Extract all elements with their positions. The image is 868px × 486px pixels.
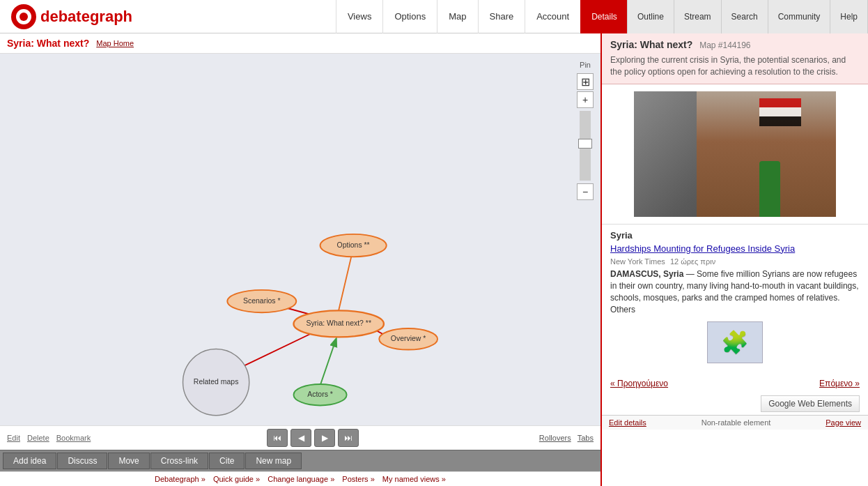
edit-link[interactable]: Edit <box>7 434 20 442</box>
syria-image <box>634 91 836 217</box>
main-nav: Views Options Map Share Account <box>336 0 580 33</box>
map-canvas[interactable]: Pin ⊞ + − <box>0 54 600 425</box>
person-decoration <box>759 161 780 217</box>
map-title-bar: Syria: What next? Map Home <box>0 33 600 54</box>
node-actors-label: Actors * <box>307 390 333 398</box>
tab-search[interactable]: Search <box>722 0 768 33</box>
details-title: Syria: What next? Map #144196 <box>610 39 860 50</box>
tab-stream[interactable]: Stream <box>674 0 722 33</box>
tabs-link[interactable]: Tabs <box>578 434 594 442</box>
flag-decoration <box>759 98 801 126</box>
prev-page-link[interactable]: « Προηγούμενο <box>610 379 668 388</box>
prev-button[interactable]: ◀ <box>290 429 311 447</box>
footer-posters[interactable]: Posters » <box>342 475 374 483</box>
cite-button[interactable]: Cite <box>209 453 245 469</box>
next-button[interactable]: ⏭ <box>338 429 359 447</box>
right-tab-bar: Details Outline Stream Search Community … <box>580 0 868 33</box>
logo-area: debategraph <box>0 4 336 29</box>
news-text: DAMASCUS, Syria — Some five million Syri… <box>610 268 860 315</box>
footer-debategraph[interactable]: Debategraph » <box>155 475 206 483</box>
rewind-button[interactable]: ⏮ <box>267 429 288 447</box>
rollovers-link[interactable]: Rollovers <box>539 434 571 442</box>
logo-icon <box>11 4 36 29</box>
nav-account[interactable]: Account <box>525 0 580 33</box>
non-ratable-label: Non-ratable element <box>702 418 771 427</box>
play-button[interactable]: ▶ <box>314 429 335 447</box>
nav-share[interactable]: Share <box>478 0 525 33</box>
new-map-button[interactable]: New map <box>245 453 302 469</box>
edge-actors-main <box>320 339 336 386</box>
edit-links: Edit Delete Bookmark <box>7 434 91 442</box>
cross-link-button[interactable]: Cross-link <box>150 453 208 469</box>
delete-link[interactable]: Delete <box>27 434 49 442</box>
node-scenarios-label: Scenarios * <box>243 297 280 305</box>
node-main-label: Syria: What next? ** <box>306 319 371 327</box>
footer-quick-guide[interactable]: Quick guide » <box>213 475 260 483</box>
bookmark-link[interactable]: Bookmark <box>56 434 91 442</box>
map-title: Syria: What next? <box>7 38 89 49</box>
news-byline: New York Times 12 ώρες πριν <box>610 257 860 266</box>
page-view-link[interactable]: Page view <box>826 418 861 427</box>
nav-map[interactable]: Map <box>437 0 477 33</box>
map-home-link[interactable]: Map Home <box>96 39 134 47</box>
footer-change-language[interactable]: Change language » <box>268 475 334 483</box>
details-map-id: Map #144196 <box>699 40 750 50</box>
playback-controls: ⏮ ◀ ▶ ⏭ <box>267 429 359 447</box>
footer-links: Debategraph » Quick guide » Change langu… <box>0 471 600 486</box>
bottom-controls: Edit Delete Bookmark ⏮ ◀ ▶ ⏭ Rollovers T… <box>0 425 600 450</box>
news-section: Syria Hardships Mounting for Refugees In… <box>602 224 868 374</box>
pagination: « Προηγούμενο Επόμενο » <box>602 374 868 393</box>
right-panel: Syria: What next? Map #144196 Exploring … <box>600 33 868 486</box>
details-image <box>634 91 836 217</box>
tab-community[interactable]: Community <box>768 0 831 33</box>
edit-details-link[interactable]: Edit details <box>609 418 646 427</box>
news-thumbnail: 🧩 <box>707 321 763 363</box>
rollovers-tabs: Rollovers Tabs <box>535 434 594 442</box>
footer-my-named-views[interactable]: My named views » <box>382 475 446 483</box>
move-button[interactable]: Move <box>108 453 149 469</box>
news-title[interactable]: Hardships Mounting for Refugees Inside S… <box>610 243 860 255</box>
discuss-button[interactable]: Discuss <box>57 453 107 469</box>
node-options-label: Options ** <box>337 241 370 249</box>
map-panel: Syria: What next? Map Home Pin ⊞ + − <box>0 33 600 486</box>
node-related-label: Related maps <box>194 378 239 386</box>
puzzle-icon: 🧩 <box>721 329 749 356</box>
tab-help[interactable]: Help <box>830 0 868 33</box>
google-web-elements-button[interactable]: Google Web Elements <box>761 395 860 412</box>
nav-options[interactable]: Options <box>382 0 437 33</box>
tab-details[interactable]: Details <box>582 0 628 33</box>
add-idea-button[interactable]: Add idea <box>3 453 56 469</box>
news-source: Syria <box>610 230 860 241</box>
graph-svg: Syria: What next? ** Scenarios * Options… <box>0 54 600 425</box>
header: debategraph Views Options Map Share Acco… <box>0 0 868 33</box>
nav-views[interactable]: Views <box>336 0 382 33</box>
main-layout: Syria: What next? Map Home Pin ⊞ + − <box>0 33 868 486</box>
logo-text[interactable]: debategraph <box>40 8 132 26</box>
action-buttons: Add idea Discuss Move Cross-link Cite Ne… <box>0 450 600 471</box>
google-badge: Google Web Elements <box>610 395 860 412</box>
next-page-link[interactable]: Επόμενο » <box>819 379 860 388</box>
tab-outline[interactable]: Outline <box>628 0 674 33</box>
edge-main-options <box>337 248 353 316</box>
details-header: Syria: What next? Map #144196 Exploring … <box>602 33 868 84</box>
details-description: Exploring the current crisis in Syria, t… <box>610 54 860 78</box>
details-footer: Edit details Non-ratable element Page vi… <box>602 415 868 430</box>
node-overview-label: Overview * <box>391 335 426 342</box>
